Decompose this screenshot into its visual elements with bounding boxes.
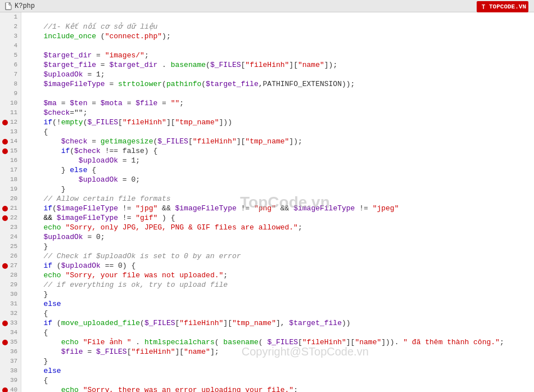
line-number: 11 bbox=[2, 108, 17, 118]
line-number: 39 bbox=[2, 376, 17, 385]
line-number: 12 bbox=[2, 118, 17, 127]
code-line: $uploadOk = 0; bbox=[26, 232, 530, 242]
code-line: else bbox=[26, 366, 530, 376]
breakpoint-dot bbox=[2, 139, 8, 145]
code-line: { bbox=[26, 127, 530, 137]
code-line: } bbox=[26, 290, 530, 299]
line-number: 40 bbox=[2, 385, 17, 392]
line-number: 3 bbox=[2, 31, 17, 41]
breakpoint-dot bbox=[2, 263, 8, 269]
code-line: } bbox=[26, 242, 530, 251]
code-line: // Allow certain file formats bbox=[26, 194, 530, 204]
code-line: echo "Sorry, there was an error uploadin… bbox=[26, 385, 530, 392]
breakpoint-dot bbox=[2, 215, 8, 221]
line-number: 6 bbox=[2, 60, 17, 70]
code-line: $file = $_FILES["fileHinh"]["name"]; bbox=[26, 347, 530, 357]
logo-area: T TOPCODE.VN bbox=[477, 1, 530, 12]
line-number: 22 bbox=[2, 213, 17, 223]
code-content[interactable]: //1- Kết nối cơ sở dữ liệu include_once … bbox=[21, 12, 534, 392]
file-icon bbox=[4, 2, 12, 10]
code-line: if($imageFileType != "jpg" && $imageFile… bbox=[26, 204, 530, 213]
line-number: 33 bbox=[2, 318, 17, 328]
code-line: $check=""; bbox=[26, 108, 530, 118]
code-line bbox=[26, 12, 530, 22]
line-number: 1 bbox=[2, 12, 17, 22]
line-number: 7 bbox=[2, 70, 17, 79]
logo-text-span: TOPCODE.VN bbox=[489, 3, 526, 10]
code-line: } bbox=[26, 184, 530, 194]
line-number: 28 bbox=[2, 271, 17, 280]
line-number: 8 bbox=[2, 79, 17, 89]
code-line: $target_file = $target_dir . basename($_… bbox=[26, 60, 530, 70]
code-line: $uploadOk = 0; bbox=[26, 175, 530, 184]
code-line: if ($uploadOk == 0) { bbox=[26, 261, 530, 271]
breakpoint-dot bbox=[2, 388, 8, 393]
logo-badge: T TOPCODE.VN bbox=[477, 1, 528, 12]
line-number: 4 bbox=[2, 41, 17, 51]
code-line: } bbox=[26, 357, 530, 366]
breakpoint-dot bbox=[2, 148, 8, 154]
top-bar-title: K?php bbox=[15, 2, 35, 10]
line-number: 13 bbox=[2, 127, 17, 137]
line-number: 38 bbox=[2, 366, 17, 376]
line-number: 2 bbox=[2, 22, 17, 31]
line-number: 24 bbox=[2, 232, 17, 242]
code-line: $imageFileType = strtolower(pathinfo($ta… bbox=[26, 79, 530, 89]
line-number: 36 bbox=[2, 347, 17, 357]
code-line: // if everything is ok, try to upload fi… bbox=[26, 280, 530, 290]
code-line bbox=[26, 41, 530, 51]
line-number: 27 bbox=[2, 261, 17, 271]
line-number: 20 bbox=[2, 194, 17, 204]
line-number: 19 bbox=[2, 184, 17, 194]
line-number: 37 bbox=[2, 357, 17, 366]
code-line: echo "Sorry, your file was not uploaded.… bbox=[26, 271, 530, 280]
code-line: { bbox=[26, 309, 530, 318]
line-numbers: 1234567891011121314151617181920212223242… bbox=[0, 12, 21, 392]
code-line: $uploadOk = 1; bbox=[26, 70, 530, 79]
breakpoint-dot bbox=[2, 120, 8, 125]
code-line: } else { bbox=[26, 165, 530, 175]
code-line: if(!empty($_FILES["fileHinh"]["tmp_name"… bbox=[26, 118, 530, 127]
line-number: 23 bbox=[2, 223, 17, 232]
line-number: 16 bbox=[2, 156, 17, 165]
code-line: $target_dir = "images/"; bbox=[26, 51, 530, 60]
code-line: if (move_uploaded_file($_FILES["fileHinh… bbox=[26, 318, 530, 328]
line-number: 17 bbox=[2, 165, 17, 175]
code-line: && $imageFileType != "gif" ) { bbox=[26, 213, 530, 223]
line-number: 14 bbox=[2, 137, 17, 146]
line-number: 25 bbox=[2, 242, 17, 251]
code-line: $check = getimagesize($_FILES["fileHinh"… bbox=[26, 137, 530, 146]
code-line: { bbox=[26, 376, 530, 385]
line-number: 31 bbox=[2, 299, 17, 309]
code-line: { bbox=[26, 328, 530, 337]
code-line: if($check !== false) { bbox=[26, 146, 530, 156]
line-number: 35 bbox=[2, 337, 17, 347]
code-line: echo "File ảnh " . htmlspecialchars( bas… bbox=[26, 337, 530, 347]
line-number: 10 bbox=[2, 98, 17, 108]
breakpoint-dot bbox=[2, 340, 8, 345]
line-number: 21 bbox=[2, 204, 17, 213]
code-line: else bbox=[26, 299, 530, 309]
line-number: 29 bbox=[2, 280, 17, 290]
line-number: 18 bbox=[2, 175, 17, 184]
line-number: 26 bbox=[2, 251, 17, 261]
top-bar: K?php T TOPCODE.VN bbox=[0, 0, 534, 12]
line-number: 32 bbox=[2, 309, 17, 318]
code-area: 1234567891011121314151617181920212223242… bbox=[0, 12, 534, 392]
svg-text:T: T bbox=[482, 4, 485, 10]
breakpoint-dot bbox=[2, 206, 8, 211]
code-line: $uploadOk = 1; bbox=[26, 156, 530, 165]
line-number: 34 bbox=[2, 328, 17, 337]
line-number: 15 bbox=[2, 146, 17, 156]
editor-container: K?php T TOPCODE.VN 123456789101112131415… bbox=[0, 0, 534, 392]
code-line bbox=[26, 89, 530, 98]
code-line: echo "Sorry, only JPG, JPEG, PNG & GIF f… bbox=[26, 223, 530, 232]
code-line: $ma = $ten = $mota = $file = ""; bbox=[26, 98, 530, 108]
line-number: 5 bbox=[2, 51, 17, 60]
code-line: //1- Kết nối cơ sở dữ liệu bbox=[26, 22, 530, 31]
breakpoint-dot bbox=[2, 321, 8, 326]
line-number: 9 bbox=[2, 89, 17, 98]
code-line: include_once ("connect.php"); bbox=[26, 31, 530, 41]
line-number: 30 bbox=[2, 290, 17, 299]
code-line: // Check if $uploadOk is set to 0 by an … bbox=[26, 251, 530, 261]
